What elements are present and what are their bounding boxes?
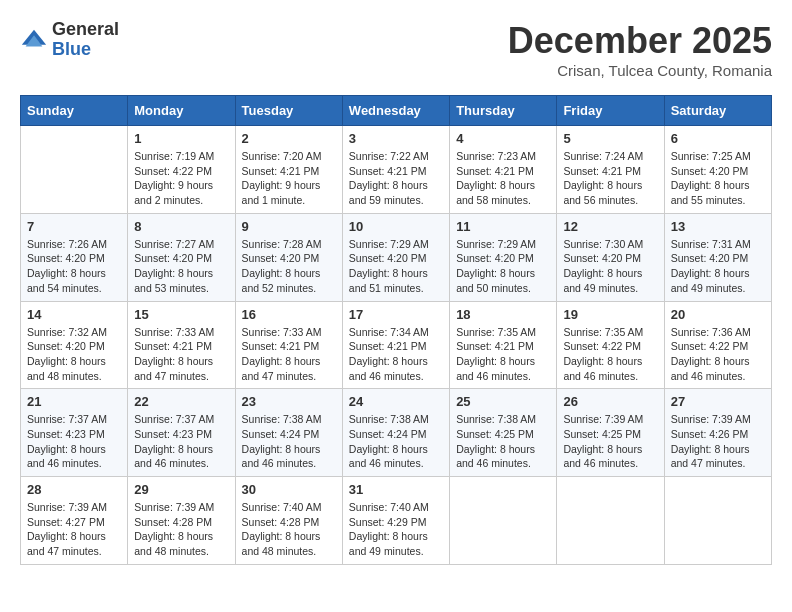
day-number: 12 [563,219,657,234]
day-info: Sunrise: 7:24 AM Sunset: 4:21 PM Dayligh… [563,149,657,208]
day-number: 11 [456,219,550,234]
col-header-thursday: Thursday [450,96,557,126]
day-number: 30 [242,482,336,497]
day-info: Sunrise: 7:38 AM Sunset: 4:24 PM Dayligh… [349,412,443,471]
col-header-saturday: Saturday [664,96,771,126]
day-number: 1 [134,131,228,146]
calendar-cell: 16Sunrise: 7:33 AM Sunset: 4:21 PM Dayli… [235,301,342,389]
day-info: Sunrise: 7:39 AM Sunset: 4:25 PM Dayligh… [563,412,657,471]
calendar-cell: 10Sunrise: 7:29 AM Sunset: 4:20 PM Dayli… [342,213,449,301]
day-number: 21 [27,394,121,409]
day-number: 18 [456,307,550,322]
logo-blue-text: Blue [52,40,119,60]
day-info: Sunrise: 7:39 AM Sunset: 4:26 PM Dayligh… [671,412,765,471]
day-number: 7 [27,219,121,234]
location-title: Crisan, Tulcea County, Romania [508,62,772,79]
day-number: 13 [671,219,765,234]
calendar-cell: 20Sunrise: 7:36 AM Sunset: 4:22 PM Dayli… [664,301,771,389]
day-number: 10 [349,219,443,234]
calendar-cell: 18Sunrise: 7:35 AM Sunset: 4:21 PM Dayli… [450,301,557,389]
day-number: 8 [134,219,228,234]
day-number: 3 [349,131,443,146]
day-info: Sunrise: 7:40 AM Sunset: 4:28 PM Dayligh… [242,500,336,559]
day-number: 15 [134,307,228,322]
calendar-cell: 11Sunrise: 7:29 AM Sunset: 4:20 PM Dayli… [450,213,557,301]
calendar-week-row: 28Sunrise: 7:39 AM Sunset: 4:27 PM Dayli… [21,477,772,565]
calendar-cell: 12Sunrise: 7:30 AM Sunset: 4:20 PM Dayli… [557,213,664,301]
calendar-cell: 21Sunrise: 7:37 AM Sunset: 4:23 PM Dayli… [21,389,128,477]
calendar-cell: 6Sunrise: 7:25 AM Sunset: 4:20 PM Daylig… [664,126,771,214]
calendar-cell [450,477,557,565]
calendar-cell: 23Sunrise: 7:38 AM Sunset: 4:24 PM Dayli… [235,389,342,477]
logo-text: General Blue [52,20,119,60]
day-number: 9 [242,219,336,234]
day-number: 19 [563,307,657,322]
calendar-cell: 27Sunrise: 7:39 AM Sunset: 4:26 PM Dayli… [664,389,771,477]
day-info: Sunrise: 7:22 AM Sunset: 4:21 PM Dayligh… [349,149,443,208]
day-info: Sunrise: 7:20 AM Sunset: 4:21 PM Dayligh… [242,149,336,208]
day-info: Sunrise: 7:40 AM Sunset: 4:29 PM Dayligh… [349,500,443,559]
col-header-friday: Friday [557,96,664,126]
day-info: Sunrise: 7:23 AM Sunset: 4:21 PM Dayligh… [456,149,550,208]
calendar-cell [664,477,771,565]
calendar-cell: 25Sunrise: 7:38 AM Sunset: 4:25 PM Dayli… [450,389,557,477]
day-number: 28 [27,482,121,497]
day-info: Sunrise: 7:31 AM Sunset: 4:20 PM Dayligh… [671,237,765,296]
day-info: Sunrise: 7:38 AM Sunset: 4:24 PM Dayligh… [242,412,336,471]
logo-icon [20,26,48,54]
day-number: 20 [671,307,765,322]
calendar-cell: 1Sunrise: 7:19 AM Sunset: 4:22 PM Daylig… [128,126,235,214]
calendar-week-row: 1Sunrise: 7:19 AM Sunset: 4:22 PM Daylig… [21,126,772,214]
day-info: Sunrise: 7:35 AM Sunset: 4:22 PM Dayligh… [563,325,657,384]
logo: General Blue [20,20,119,60]
day-info: Sunrise: 7:29 AM Sunset: 4:20 PM Dayligh… [349,237,443,296]
day-number: 16 [242,307,336,322]
day-number: 26 [563,394,657,409]
day-info: Sunrise: 7:29 AM Sunset: 4:20 PM Dayligh… [456,237,550,296]
calendar-cell: 4Sunrise: 7:23 AM Sunset: 4:21 PM Daylig… [450,126,557,214]
day-number: 14 [27,307,121,322]
calendar-cell: 5Sunrise: 7:24 AM Sunset: 4:21 PM Daylig… [557,126,664,214]
calendar-cell: 28Sunrise: 7:39 AM Sunset: 4:27 PM Dayli… [21,477,128,565]
day-info: Sunrise: 7:25 AM Sunset: 4:20 PM Dayligh… [671,149,765,208]
day-number: 4 [456,131,550,146]
day-number: 24 [349,394,443,409]
day-info: Sunrise: 7:19 AM Sunset: 4:22 PM Dayligh… [134,149,228,208]
calendar-cell: 22Sunrise: 7:37 AM Sunset: 4:23 PM Dayli… [128,389,235,477]
day-info: Sunrise: 7:28 AM Sunset: 4:20 PM Dayligh… [242,237,336,296]
day-info: Sunrise: 7:30 AM Sunset: 4:20 PM Dayligh… [563,237,657,296]
day-number: 29 [134,482,228,497]
calendar-cell: 7Sunrise: 7:26 AM Sunset: 4:20 PM Daylig… [21,213,128,301]
calendar-cell: 24Sunrise: 7:38 AM Sunset: 4:24 PM Dayli… [342,389,449,477]
calendar-cell: 26Sunrise: 7:39 AM Sunset: 4:25 PM Dayli… [557,389,664,477]
day-info: Sunrise: 7:39 AM Sunset: 4:28 PM Dayligh… [134,500,228,559]
calendar-cell: 8Sunrise: 7:27 AM Sunset: 4:20 PM Daylig… [128,213,235,301]
calendar-cell: 17Sunrise: 7:34 AM Sunset: 4:21 PM Dayli… [342,301,449,389]
day-number: 6 [671,131,765,146]
day-number: 25 [456,394,550,409]
logo-general-text: General [52,20,119,40]
col-header-wednesday: Wednesday [342,96,449,126]
calendar-cell [557,477,664,565]
calendar-cell: 3Sunrise: 7:22 AM Sunset: 4:21 PM Daylig… [342,126,449,214]
calendar-cell: 30Sunrise: 7:40 AM Sunset: 4:28 PM Dayli… [235,477,342,565]
day-info: Sunrise: 7:33 AM Sunset: 4:21 PM Dayligh… [134,325,228,384]
day-number: 23 [242,394,336,409]
day-number: 5 [563,131,657,146]
title-area: December 2025 Crisan, Tulcea County, Rom… [508,20,772,79]
page-header: General Blue December 2025 Crisan, Tulce… [20,20,772,79]
calendar-cell: 29Sunrise: 7:39 AM Sunset: 4:28 PM Dayli… [128,477,235,565]
calendar-cell: 15Sunrise: 7:33 AM Sunset: 4:21 PM Dayli… [128,301,235,389]
col-header-tuesday: Tuesday [235,96,342,126]
day-info: Sunrise: 7:26 AM Sunset: 4:20 PM Dayligh… [27,237,121,296]
day-info: Sunrise: 7:34 AM Sunset: 4:21 PM Dayligh… [349,325,443,384]
day-info: Sunrise: 7:27 AM Sunset: 4:20 PM Dayligh… [134,237,228,296]
day-info: Sunrise: 7:33 AM Sunset: 4:21 PM Dayligh… [242,325,336,384]
calendar-cell: 9Sunrise: 7:28 AM Sunset: 4:20 PM Daylig… [235,213,342,301]
day-number: 2 [242,131,336,146]
month-title: December 2025 [508,20,772,62]
day-number: 17 [349,307,443,322]
calendar-week-row: 14Sunrise: 7:32 AM Sunset: 4:20 PM Dayli… [21,301,772,389]
calendar-cell: 13Sunrise: 7:31 AM Sunset: 4:20 PM Dayli… [664,213,771,301]
day-info: Sunrise: 7:38 AM Sunset: 4:25 PM Dayligh… [456,412,550,471]
